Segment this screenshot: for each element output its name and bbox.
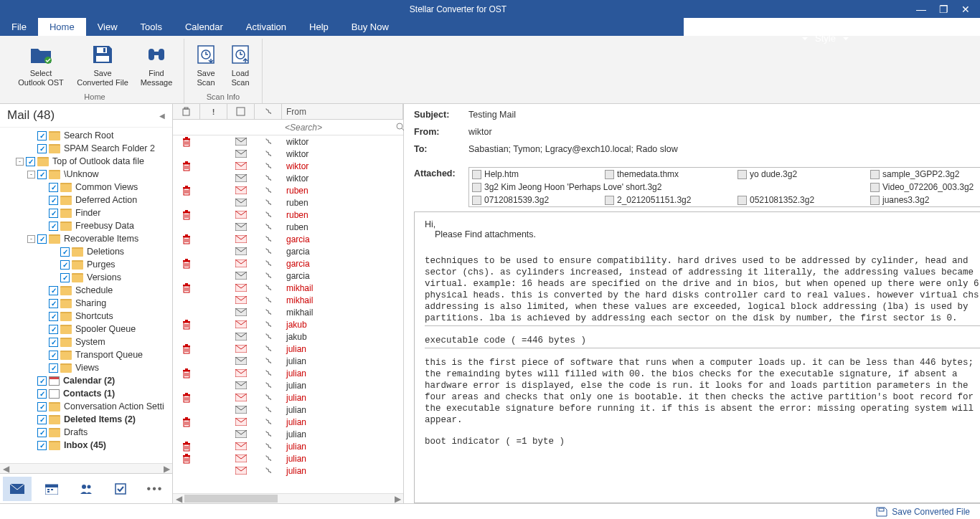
tree-item[interactable]: Calendar (2) <box>0 374 172 387</box>
tree-item[interactable]: Versions <box>0 271 172 284</box>
tree-hscrollbar[interactable]: ◀▶ <box>0 463 172 473</box>
col-attachment-icon[interactable]: ⌇ <box>255 104 282 119</box>
checkbox[interactable] <box>37 144 47 153</box>
message-row[interactable]: ⌇mikhail <box>173 306 403 318</box>
col-importance-icon[interactable]: ! <box>200 104 227 119</box>
checkbox[interactable] <box>49 196 58 205</box>
delete-icon[interactable] <box>173 344 200 354</box>
tree-item[interactable]: Deletions <box>0 245 172 258</box>
tree-item[interactable]: Schedule <box>0 284 172 297</box>
menu-tab-calendar[interactable]: Calendar <box>174 18 235 36</box>
checkbox[interactable] <box>37 402 47 411</box>
checkbox[interactable] <box>49 299 58 308</box>
delete-icon[interactable] <box>173 186 200 196</box>
checkbox[interactable] <box>49 222 58 231</box>
message-row[interactable]: ⌇ruben <box>173 209 403 221</box>
message-row[interactable]: ⌇garcia <box>173 233 403 245</box>
col-delete-icon[interactable] <box>173 104 200 119</box>
checkbox[interactable] <box>37 428 47 437</box>
attachment-item[interactable]: Video_072206_003.3g2 <box>867 181 980 194</box>
message-row[interactable]: ⌇julian <box>173 404 403 416</box>
find-message-button[interactable]: FindMessage <box>133 39 179 90</box>
menu-tab-activation[interactable]: Activation <box>235 18 298 36</box>
expand-toggle[interactable]: - <box>27 171 35 178</box>
tree-item[interactable]: Shortcuts <box>0 310 172 323</box>
tree-item[interactable]: SPAM Search Folder 2 <box>0 142 172 155</box>
checkbox[interactable] <box>37 131 47 141</box>
delete-icon[interactable] <box>173 283 200 293</box>
menu-tab-buy-now[interactable]: Buy Now <box>340 18 400 36</box>
menu-tab-file[interactable]: File <box>0 18 38 36</box>
attachment-item[interactable]: Help.htm <box>469 168 602 181</box>
checkbox[interactable] <box>60 260 70 270</box>
message-row[interactable]: ⌇julian <box>173 367 403 379</box>
message-row[interactable]: ⌇julian <box>173 440 403 452</box>
checkbox[interactable] <box>49 338 58 347</box>
checkbox[interactable] <box>60 273 70 282</box>
select-outlook-ost-button[interactable]: SelectOutlook OST <box>10 39 72 90</box>
message-row[interactable]: ⌇julian <box>173 391 403 404</box>
restore-button[interactable]: ❐ <box>939 4 948 15</box>
nav-people-icon[interactable] <box>72 477 100 501</box>
message-row[interactable]: ⌇garcia <box>173 257 403 270</box>
menu-tab-help[interactable]: Help <box>298 18 340 36</box>
tree-item[interactable]: Inbox (45) <box>0 439 172 452</box>
message-row[interactable]: ⌇mikhail <box>173 294 403 306</box>
message-row[interactable]: ⌇wiktor <box>173 172 403 184</box>
attachment-item[interactable]: 0518082016.3g2 <box>469 206 602 207</box>
tree-item[interactable]: Purges <box>0 258 172 271</box>
attachment-item[interactable]: sample_3GPP2.3g2 <box>867 168 980 181</box>
collapse-pane-button[interactable]: ◀ <box>159 112 165 120</box>
tree-item[interactable]: -Recoverable Items <box>0 232 172 245</box>
checkbox[interactable] <box>49 325 58 334</box>
checkbox[interactable] <box>26 157 35 166</box>
folder-tree[interactable]: Search RootSPAM Search Folder 2-Top of O… <box>0 128 172 463</box>
message-row[interactable]: ⌇ruben <box>173 184 403 196</box>
message-row[interactable]: ⌇ruben <box>173 221 403 233</box>
message-row[interactable]: ⌇ruben <box>173 196 403 209</box>
language-menu[interactable]: Language <box>798 18 852 29</box>
checkbox[interactable] <box>49 286 58 295</box>
nav-calendar-icon[interactable] <box>37 477 66 501</box>
message-row[interactable]: ⌇garcia <box>173 270 403 282</box>
tree-item[interactable]: Deleted Items (2) <box>0 413 172 426</box>
delete-icon[interactable] <box>173 259 200 269</box>
search-input[interactable] <box>285 123 393 133</box>
delete-icon[interactable] <box>173 454 200 464</box>
checkbox[interactable] <box>37 170 47 179</box>
delete-icon[interactable] <box>173 442 200 452</box>
tree-item[interactable]: -\Unknow <box>0 168 172 181</box>
tree-item[interactable]: Drafts <box>0 426 172 439</box>
save-converted-file-link[interactable]: Save Converted File <box>876 507 970 517</box>
tree-item[interactable]: -Top of Outlook data file <box>0 155 172 168</box>
delete-icon[interactable] <box>173 368 200 378</box>
nav-tasks-icon[interactable] <box>106 477 135 501</box>
close-button[interactable]: ✕ <box>961 4 970 15</box>
message-row[interactable]: ⌇julian <box>173 416 403 428</box>
minimize-button[interactable]: — <box>916 4 926 15</box>
nav-more-icon[interactable]: ••• <box>141 477 169 501</box>
style-menu[interactable]: Style <box>802 33 848 44</box>
message-row[interactable]: ⌇julian <box>173 379 403 391</box>
save-scan-button[interactable]: SaveScan <box>189 39 223 90</box>
message-row[interactable]: ⌇julian <box>173 428 403 440</box>
tree-item[interactable]: Finder <box>0 206 172 219</box>
checkbox[interactable] <box>37 389 47 399</box>
load-scan-button[interactable]: LoadScan <box>223 39 258 90</box>
checkbox[interactable] <box>49 351 58 360</box>
delete-icon[interactable] <box>173 234 200 244</box>
message-row[interactable]: ⌇jakub <box>173 330 403 343</box>
message-list[interactable]: ⌇wiktor⌇wiktor⌇wiktor⌇wiktor⌇ruben⌇ruben… <box>173 135 403 493</box>
checkbox[interactable] <box>37 234 47 244</box>
attachment-item[interactable]: 0712081539.3g2 <box>469 194 602 206</box>
checkbox[interactable] <box>37 376 47 386</box>
tree-item[interactable]: System <box>0 335 172 348</box>
delete-icon[interactable] <box>173 417 200 427</box>
message-row[interactable]: ⌇garcia <box>173 245 403 257</box>
delete-icon[interactable] <box>173 210 200 220</box>
tree-item[interactable]: Views <box>0 361 172 374</box>
nav-mail-icon[interactable] <box>3 477 32 501</box>
tree-item[interactable]: Sharing <box>0 297 172 310</box>
delete-icon[interactable] <box>173 393 200 403</box>
tree-item[interactable]: Contacts (1) <box>0 387 172 400</box>
